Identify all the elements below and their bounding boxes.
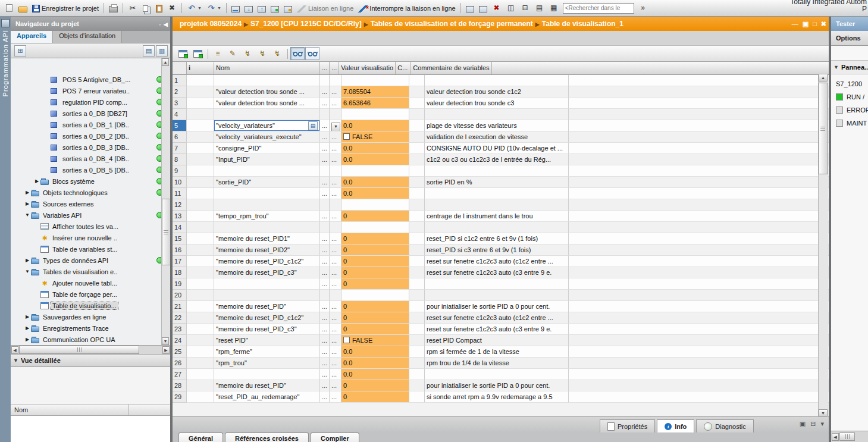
tree-item[interactable]: ▶Communication OPC UA xyxy=(11,334,170,345)
row-number-cell[interactable]: 10 xyxy=(173,177,187,188)
cpu-control-panel-section[interactable]: ▼ Pannea... xyxy=(831,60,868,74)
modify-value-cell[interactable] xyxy=(409,312,425,324)
minimize-icon[interactable]: — xyxy=(792,20,798,27)
delete-icon[interactable]: ✖ xyxy=(165,2,179,14)
address-cell[interactable]: ... xyxy=(320,131,330,143)
inspector-tab-info[interactable]: iInfo xyxy=(657,419,694,432)
row-number-cell[interactable]: 8 xyxy=(173,154,187,165)
comment-cell[interactable]: rpm si fermée de 1 de la vitesse xyxy=(425,346,569,358)
row-number-cell[interactable]: 27 xyxy=(173,369,187,380)
tree-item[interactable]: Table de visualisatio... xyxy=(11,300,170,311)
tag-name-cell[interactable]: "memoire du reset_PID_c3" xyxy=(214,324,320,335)
tag-name-cell[interactable] xyxy=(214,199,320,211)
address-cell[interactable]: ... xyxy=(320,233,330,244)
split-editor-horizontal-icon[interactable]: ⊟ xyxy=(518,2,532,14)
row-number-cell[interactable]: 17 xyxy=(173,256,187,267)
comment-cell[interactable]: pour iniatialiser le sortie PID a 0 pour… xyxy=(425,301,569,312)
address-cell[interactable]: ... xyxy=(320,358,330,369)
row-number-cell[interactable]: 18 xyxy=(173,267,187,278)
tree-item[interactable]: sorties a 0_DB_4 [DB.. xyxy=(11,153,170,164)
chevron-collapsed-icon[interactable]: ▶ xyxy=(33,178,40,184)
show-favorites-icon[interactable]: ▤ xyxy=(532,2,547,14)
tag-name-cell[interactable]: "rpm_trou" xyxy=(214,358,320,369)
tree-item[interactable]: ▼Variables API xyxy=(11,209,170,221)
address-cell[interactable]: ... xyxy=(320,177,330,188)
monitor-value-cell[interactable] xyxy=(341,75,409,86)
scroll-thumb[interactable] xyxy=(19,346,139,354)
comment-cell[interactable]: pour iniatialiser le sortie PID a 0 pour… xyxy=(425,380,569,391)
tree-item[interactable]: sorties a 0_DB_3 [DB.. xyxy=(11,142,170,153)
display-format-cell[interactable] xyxy=(330,199,341,211)
tag-name-editbox[interactable]: "velocity_variateurs"▤ xyxy=(214,120,319,131)
display-format-cell[interactable]: ... xyxy=(330,256,341,267)
tree-item[interactable]: ▶Sources externes xyxy=(11,198,170,209)
monitor-value-cell[interactable]: 0.0 xyxy=(341,120,409,131)
comment-cell[interactable] xyxy=(425,222,569,233)
address-cell[interactable]: ... xyxy=(320,324,330,335)
search-input[interactable] xyxy=(563,3,634,14)
column-header-c[interactable]: C... xyxy=(396,62,411,74)
row-info-cell[interactable] xyxy=(187,199,214,211)
row-number-cell[interactable]: 29 xyxy=(173,391,187,403)
monitor-value-cell[interactable]: 0 xyxy=(341,244,409,256)
save-project-button[interactable]: Enregistrer le projet xyxy=(30,3,101,14)
start-cpu-icon[interactable] xyxy=(268,3,281,14)
tag-name-cell[interactable] xyxy=(214,165,320,177)
row-info-cell[interactable] xyxy=(187,391,214,403)
chevron-collapsed-icon[interactable]: ▶ xyxy=(24,258,31,263)
go-online-button[interactable]: Liaison en ligne xyxy=(294,3,356,14)
monitor-value-cell[interactable] xyxy=(341,109,409,120)
column-header-dots1[interactable]: ... xyxy=(320,62,330,74)
modify-value-cell[interactable] xyxy=(409,267,425,278)
modify-value-cell[interactable] xyxy=(409,188,425,199)
tag-name-cell[interactable]: "reset PID" xyxy=(214,335,320,346)
row-info-cell[interactable] xyxy=(187,109,214,120)
tree-item[interactable]: sorties a 0_DB_1 [DB.. xyxy=(11,119,170,130)
row-info-cell[interactable] xyxy=(187,222,214,233)
monitor-value-cell[interactable]: 7.085504 xyxy=(341,86,409,98)
row-info-cell[interactable] xyxy=(187,244,214,256)
scroll-down-icon[interactable]: ▼ xyxy=(819,409,828,417)
monitor-value-cell[interactable]: 0 xyxy=(341,391,409,403)
go-offline-button[interactable]: Interrompre la liaison en ligne xyxy=(356,3,457,14)
collapse-pane-icon[interactable]: ⊟ xyxy=(810,420,816,428)
tree-item[interactable]: regulation PID comp... xyxy=(11,96,170,108)
row-number-cell[interactable]: 4 xyxy=(173,109,187,120)
tester-scrollbar[interactable]: ◀ xyxy=(831,431,868,442)
comment-cell[interactable] xyxy=(425,290,569,301)
tree-item[interactable]: ▶Types de données API xyxy=(11,255,170,266)
modify-value-cell[interactable] xyxy=(409,165,425,177)
tag-name-cell[interactable]: "tempo_rpm_trou" xyxy=(214,211,320,222)
monitor-value-cell[interactable]: 0 xyxy=(341,324,409,335)
chevron-collapsed-icon[interactable]: ▶ xyxy=(24,325,31,331)
modify-address-icon[interactable]: ✎ xyxy=(225,47,240,60)
row-number-cell[interactable]: 12 xyxy=(173,199,187,211)
tree-horizontal-scrollbar[interactable]: ◀ ▶ xyxy=(11,345,170,355)
monitor-value-cell[interactable]: 0.0 xyxy=(341,188,409,199)
chevron-expanded-icon[interactable]: ▼ xyxy=(24,212,31,218)
monitor-all-button[interactable] xyxy=(290,47,305,60)
address-cell[interactable] xyxy=(320,165,330,177)
details-view-button[interactable]: ▤ xyxy=(143,45,155,57)
display-format-cell[interactable]: ... xyxy=(330,391,341,403)
comment-cell[interactable]: reset_PID si c3 entre 6 et 9v (1 fois) xyxy=(425,244,569,256)
row-number-cell[interactable]: 23 xyxy=(173,324,187,335)
display-format-cell[interactable]: ... xyxy=(330,154,341,165)
new-project-icon[interactable] xyxy=(2,2,16,14)
comment-cell[interactable]: CONSIGNE AUTO DU PID (10v-decalage et ..… xyxy=(425,143,569,154)
tree-item[interactable]: ▼Tables de visualisation e.. xyxy=(11,266,170,277)
cut-icon[interactable]: ✂ xyxy=(126,2,140,14)
row-number-cell[interactable]: 11 xyxy=(173,188,187,199)
tag-name-cell[interactable] xyxy=(214,109,320,120)
comment-cell[interactable] xyxy=(425,75,569,86)
monitor-value-cell[interactable]: 0 xyxy=(341,233,409,244)
tag-name-cell[interactable]: "valeur detection trou sonde ... xyxy=(214,98,320,109)
row-number-cell[interactable]: 14 xyxy=(173,222,187,233)
display-format-cell[interactable]: ... xyxy=(330,143,341,154)
row-info-cell[interactable] xyxy=(187,177,214,188)
comment-cell[interactable]: valeur detection trou sonde c1c2 xyxy=(425,86,569,98)
row-info-cell[interactable] xyxy=(187,278,214,290)
row-number-cell[interactable]: 21 xyxy=(173,301,187,312)
row-number-cell[interactable]: 22 xyxy=(173,312,187,324)
modify-value-cell[interactable] xyxy=(409,199,425,211)
